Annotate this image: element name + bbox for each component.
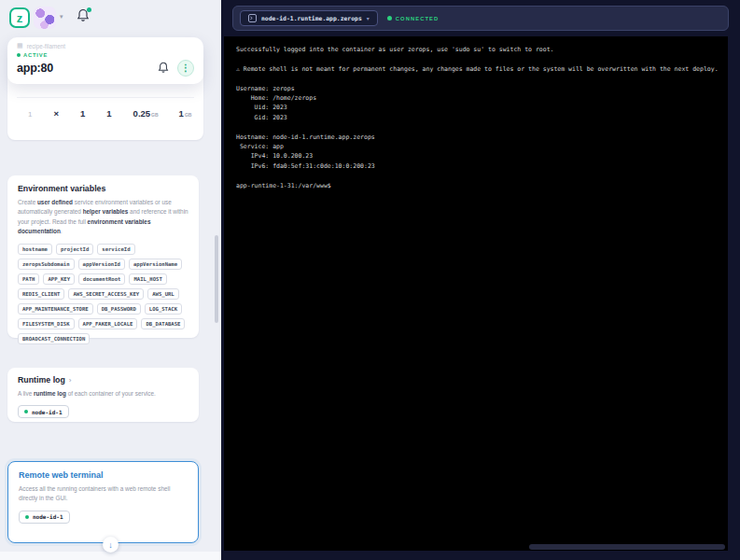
stat-value: 1 xyxy=(28,110,32,119)
terminal-output[interactable]: Successfully logged into the container a… xyxy=(224,36,728,551)
recipe-icon: ▦ xyxy=(17,42,23,49)
stat-value: × xyxy=(53,108,59,119)
recipe-row: ▦ recipe-filament xyxy=(17,42,194,49)
env-var-tag[interactable]: hostname xyxy=(18,244,52,255)
env-var-tag[interactable]: BROADCAST_CONNECTION xyxy=(18,333,90,344)
env-var-tag[interactable]: LOG_STACK xyxy=(145,303,182,315)
stat-value: 1 xyxy=(80,108,85,119)
connected-label: CONNECTED xyxy=(396,16,440,21)
stat-cell: 1 GB xyxy=(179,108,192,119)
terminal-line xyxy=(236,122,720,132)
stats-row-current: 1 × 1 1 xyxy=(28,108,191,119)
runtime-log-description: A live runtime log of each container of … xyxy=(18,389,188,399)
remote-container-badge[interactable]: node-id-1 xyxy=(19,511,70,524)
runtime-container-badge[interactable]: node-id-1 xyxy=(18,405,69,418)
terminal-line: Username: zerops xyxy=(236,84,720,93)
env-var-tag[interactable]: AWS_URL xyxy=(147,288,179,300)
chevron-right-icon: › xyxy=(69,376,72,385)
terminal-line: Home: /home/zerops xyxy=(236,93,720,103)
env-var-tag[interactable]: serviceId xyxy=(97,244,134,255)
notification-dot xyxy=(87,7,91,12)
environment-variables-card: Environment variables Create user define… xyxy=(7,175,199,338)
runtime-log-title: Runtime log xyxy=(18,375,65,385)
remote-terminal-description: Access all the running containers with a… xyxy=(19,484,188,504)
env-var-tag[interactable]: AWS_SECRET_ACCESS_KEY xyxy=(68,288,144,300)
terminal-line: Gid: 2023 xyxy=(236,113,720,122)
notifications-bell-icon[interactable] xyxy=(77,8,91,23)
terminal-line: ⚠ Remote shell is not meant for permanen… xyxy=(236,64,720,74)
service-card[interactable]: ▦ recipe-filament ACTIVE app:80 ⋮ xyxy=(7,37,203,84)
stat-value: 0.25 xyxy=(133,108,151,119)
remote-terminal-title: Remote web terminal xyxy=(19,470,188,480)
env-var-tag[interactable]: appVersionId xyxy=(78,259,125,270)
selector-chevron-icon: ▾ xyxy=(367,15,370,21)
environment-variables-description: Create user defined service environment … xyxy=(18,198,188,236)
recipe-name: recipe-filament xyxy=(27,43,65,49)
terminal-line xyxy=(236,74,720,83)
down-arrow-icon: ↓ xyxy=(108,540,113,550)
env-var-tag[interactable]: zeropsSubdomain xyxy=(18,259,75,270)
stat-value: 1 xyxy=(179,108,184,119)
selector-label: node-id-1.runtime.app.zerops xyxy=(261,15,362,22)
env-var-tag[interactable]: APP_FAKER_LOCALE xyxy=(78,318,138,329)
container-name: node-id-1 xyxy=(33,513,63,520)
env-var-tag[interactable]: REDIS_CLIENT xyxy=(18,288,64,300)
terminal-line: IPv6: fda0:5ef:31:c0de:10:0:200:23 xyxy=(236,161,720,171)
terminal-horizontal-scrollbar[interactable] xyxy=(529,544,725,550)
service-menu-button[interactable]: ⋮ xyxy=(177,60,194,77)
zerops-logo[interactable]: z xyxy=(9,7,30,28)
left-scrollbar[interactable] xyxy=(215,235,218,323)
terminal-line: Uid: 2023 xyxy=(236,103,720,112)
terminal-line: IPv4: 10.0.200.23 xyxy=(236,151,720,161)
environment-variables-title: Environment variables xyxy=(18,184,188,193)
connection-status: CONNECTED xyxy=(387,16,440,21)
terminal-line: app-runtime-1-31:/var/www$ xyxy=(236,181,720,190)
env-var-tag[interactable]: appVersionName xyxy=(129,259,182,270)
chevron-down-icon[interactable]: ▾ xyxy=(60,13,63,21)
container-status-dot xyxy=(25,515,29,519)
runtime-log-card[interactable]: Runtime log › A live runtime log of each… xyxy=(7,368,199,422)
env-var-tag[interactable]: PATH xyxy=(18,273,39,285)
scroll-down-button[interactable]: ↓ xyxy=(103,537,119,553)
user-avatar[interactable] xyxy=(34,7,56,29)
stat-cell: 1 xyxy=(28,110,33,119)
next-card-edge xyxy=(0,552,221,560)
stat-cell: 1 xyxy=(106,108,112,119)
service-bell-icon[interactable] xyxy=(158,62,170,75)
env-var-tag[interactable]: APP_KEY xyxy=(43,273,75,285)
stat-unit: GB xyxy=(185,112,192,118)
env-var-tag[interactable]: documentRoot xyxy=(78,273,125,285)
env-var-tag[interactable]: DB_DATABASE xyxy=(141,318,185,329)
env-var-tags: hostname projectId serviceId zeropsSubdo… xyxy=(18,244,188,344)
stat-cell: 1 xyxy=(80,108,86,119)
container-status-dot xyxy=(24,410,28,413)
stats-divider xyxy=(17,97,194,98)
service-title: app:80 xyxy=(17,62,53,75)
env-var-tag[interactable]: APP_MAINTENANCE_STORE xyxy=(18,303,93,315)
left-panel: z ▾ 8 32 GB xyxy=(0,0,221,560)
stat-cell: × xyxy=(53,108,60,119)
terminal-line: Hostname: node-id-1.runtime.app.zerops xyxy=(236,133,720,142)
terminal-header: node-id-1.runtime.app.zerops ▾ CONNECTED xyxy=(232,6,729,31)
env-var-tag[interactable]: MAIL_HOST xyxy=(129,273,166,285)
status-label: ACTIVE xyxy=(23,52,48,58)
terminal-line xyxy=(236,171,720,180)
active-dot xyxy=(17,53,21,57)
stat-unit: GB xyxy=(151,112,159,118)
container-name: node-id-1 xyxy=(32,409,63,415)
terminal-panel: node-id-1.runtime.app.zerops ▾ CONNECTED… xyxy=(221,0,740,560)
container-selector[interactable]: node-id-1.runtime.app.zerops ▾ xyxy=(240,10,378,26)
terminal-line: Successfully logged into the container a… xyxy=(236,45,720,54)
env-var-tag[interactable]: projectId xyxy=(56,244,93,255)
env-var-tag[interactable]: DB_PASSWORD xyxy=(97,303,141,315)
status-badge: ACTIVE xyxy=(17,52,194,58)
terminal-line: Service: app xyxy=(236,142,720,151)
connected-dot xyxy=(387,16,392,21)
stat-value: 1 xyxy=(106,108,111,119)
stat-cell: 0.25 GB xyxy=(133,108,159,119)
env-var-tag[interactable]: FILESYSTEM_DISK xyxy=(18,318,75,329)
terminal-icon xyxy=(248,14,257,22)
terminal-line xyxy=(236,54,720,63)
remote-web-terminal-card[interactable]: Remote web terminal Access all the runni… xyxy=(7,461,199,543)
zerops-dashboard: z ▾ 8 32 GB xyxy=(0,0,740,560)
